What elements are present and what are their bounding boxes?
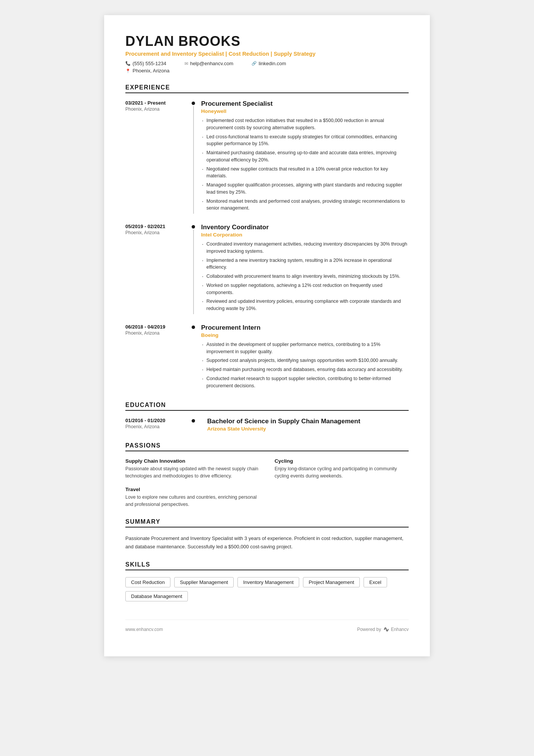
summary-section-title: SUMMARY bbox=[125, 518, 409, 527]
edu-connector-1 bbox=[192, 418, 195, 432]
exp-dot-3 bbox=[192, 326, 195, 329]
exp-dot-1 bbox=[192, 102, 195, 105]
linkedin-contact: linkedin.com bbox=[251, 61, 286, 66]
edu-right-1: Bachelor of Science in Supply Chain Mana… bbox=[207, 418, 360, 432]
exp-bullets-2: Coordinated inventory management activit… bbox=[201, 241, 409, 312]
bullet: Helped maintain purchasing records and d… bbox=[201, 366, 409, 373]
passion-title-1: Supply Chain Innovation bbox=[125, 458, 259, 464]
passion-title-2: Cycling bbox=[275, 458, 409, 464]
bullet: Negotiated new supplier contracts that r… bbox=[201, 166, 409, 180]
skill-tag-6: Database Management bbox=[125, 591, 188, 601]
passion-item-2: Cycling Enjoy long-distance cycling and … bbox=[275, 458, 409, 480]
location-icon bbox=[125, 68, 131, 74]
email-icon bbox=[184, 61, 188, 66]
skills-section: SKILLS Cost Reduction Supplier Managemen… bbox=[125, 561, 409, 601]
bullet: Monitored market trends and performed co… bbox=[201, 198, 409, 212]
passions-grid: Supply Chain Innovation Passionate about… bbox=[125, 458, 409, 508]
edu-left-1: 01/2016 - 01/2020 Phoenix, Arizona bbox=[125, 418, 192, 432]
email-address: help@enhancv.com bbox=[190, 61, 233, 66]
email-contact: help@enhancv.com bbox=[184, 61, 233, 66]
header: DYLAN BROOKS Procurement and Inventory S… bbox=[125, 33, 409, 74]
skills-section-title: SKILLS bbox=[125, 561, 409, 570]
exp-job-title-2: Inventory Coordinator bbox=[201, 224, 409, 231]
experience-section-title: EXPERIENCE bbox=[125, 84, 409, 93]
bullet: Reviewed and updated inventory policies,… bbox=[201, 298, 409, 312]
exp-job-title-3: Procurement Intern bbox=[201, 324, 409, 332]
passion-desc-2: Enjoy long-distance cycling and particip… bbox=[275, 465, 409, 480]
exp-left-1: 03/2021 - Present Phoenix, Arizona bbox=[125, 100, 192, 214]
edu-dot-1 bbox=[192, 419, 195, 423]
experience-entry-2: 05/2019 - 02/2021 Phoenix, Arizona Inven… bbox=[125, 224, 409, 314]
passion-title-3: Travel bbox=[125, 487, 259, 492]
bullet: Led cross-functional teams to execute su… bbox=[201, 133, 409, 148]
exp-line-2 bbox=[193, 230, 194, 314]
skill-tag-3: Inventory Management bbox=[237, 577, 299, 587]
exp-location-1: Phoenix, Arizona bbox=[125, 106, 192, 112]
candidate-name: DYLAN BROOKS bbox=[125, 33, 409, 49]
summary-section: SUMMARY Passionate Procurement and Inven… bbox=[125, 518, 409, 551]
bullet: Collaborated with procurement teams to a… bbox=[201, 273, 409, 280]
education-section: EDUCATION 01/2016 - 01/2020 Phoenix, Ari… bbox=[125, 402, 409, 432]
exp-location-3: Phoenix, Arizona bbox=[125, 330, 192, 336]
passion-item-1: Supply Chain Innovation Passionate about… bbox=[125, 458, 259, 480]
bullet: Implemented a new inventory tracking sys… bbox=[201, 257, 409, 271]
exp-location-2: Phoenix, Arizona bbox=[125, 230, 192, 235]
exp-right-1: Procurement Specialist Honeywell Impleme… bbox=[201, 100, 409, 214]
exp-company-3: Boeing bbox=[201, 332, 409, 338]
bullet: Maintained purchasing database, ensuring… bbox=[201, 149, 409, 164]
bullet: Assisted in the development of supplier … bbox=[201, 341, 409, 355]
contact-info: (555) 555-1234 help@enhancv.com linkedin… bbox=[125, 61, 409, 66]
footer-website: www.enhancv.com bbox=[125, 627, 163, 632]
edu-location-1: Phoenix, Arizona bbox=[125, 424, 192, 429]
passions-section: PASSIONS Supply Chain Innovation Passion… bbox=[125, 442, 409, 508]
footer-brand: Powered by ∿ Enhancv bbox=[357, 625, 409, 634]
exp-company-2: Intel Corporation bbox=[201, 232, 409, 238]
summary-text: Passionate Procurement and Inventory Spe… bbox=[125, 534, 409, 551]
skill-tag-4: Project Management bbox=[303, 577, 360, 587]
edu-date-1: 01/2016 - 01/2020 bbox=[125, 418, 192, 423]
exp-left-2: 05/2019 - 02/2021 Phoenix, Arizona bbox=[125, 224, 192, 314]
brand-name: Enhancv bbox=[391, 627, 409, 632]
exp-job-title-1: Procurement Specialist bbox=[201, 100, 409, 108]
exp-right-2: Inventory Coordinator Intel Corporation … bbox=[201, 224, 409, 314]
bullet: Coordinated inventory management activit… bbox=[201, 241, 409, 255]
exp-connector-1 bbox=[192, 100, 195, 214]
exp-connector-2 bbox=[192, 224, 195, 314]
bullet: Managed supplier qualification processes… bbox=[201, 182, 409, 196]
phone-contact: (555) 555-1234 bbox=[125, 61, 166, 66]
edu-school-1: Arizona State University bbox=[207, 426, 360, 432]
bullet: Conducted market research to support sup… bbox=[201, 375, 409, 390]
education-entry-1: 01/2016 - 01/2020 Phoenix, Arizona Bache… bbox=[125, 418, 409, 432]
bullet: Implemented cost reduction initiatives t… bbox=[201, 117, 409, 131]
location-text: Phoenix, Arizona bbox=[133, 68, 170, 74]
skill-tag-2: Supplier Management bbox=[174, 577, 234, 587]
footer: www.enhancv.com Powered by ∿ Enhancv bbox=[125, 620, 409, 634]
phone-number: (555) 555-1234 bbox=[133, 61, 166, 66]
experience-entry-3: 06/2018 - 04/2019 Phoenix, Arizona Procu… bbox=[125, 324, 409, 391]
passion-desc-3: Love to explore new cultures and countri… bbox=[125, 494, 259, 508]
exp-date-2: 05/2019 - 02/2021 bbox=[125, 224, 192, 229]
edu-degree-1: Bachelor of Science in Supply Chain Mana… bbox=[207, 418, 360, 425]
passions-section-title: PASSIONS bbox=[125, 442, 409, 451]
experience-entry-1: 03/2021 - Present Phoenix, Arizona Procu… bbox=[125, 100, 409, 214]
resume-page: DYLAN BROOKS Procurement and Inventory S… bbox=[104, 15, 430, 656]
phone-icon bbox=[125, 61, 131, 66]
passion-desc-1: Passionate about staying updated with th… bbox=[125, 465, 259, 480]
skill-tag-5: Excel bbox=[364, 577, 387, 587]
candidate-title: Procurement and Inventory Specialist | C… bbox=[125, 51, 409, 57]
exp-right-3: Procurement Intern Boeing Assisted in th… bbox=[201, 324, 409, 391]
link-icon bbox=[251, 61, 257, 66]
education-section-title: EDUCATION bbox=[125, 402, 409, 411]
exp-date-1: 03/2021 - Present bbox=[125, 100, 192, 106]
passion-item-3: Travel Love to explore new cultures and … bbox=[125, 487, 259, 508]
exp-dot-2 bbox=[192, 225, 195, 229]
bullet: Worked on supplier negotiations, achievi… bbox=[201, 282, 409, 296]
experience-section: EXPERIENCE 03/2021 - Present Phoenix, Ar… bbox=[125, 84, 409, 391]
bullet: Supported cost analysis projects, identi… bbox=[201, 357, 409, 364]
location-info: Phoenix, Arizona bbox=[125, 68, 409, 74]
exp-company-1: Honeywell bbox=[201, 108, 409, 114]
skills-list: Cost Reduction Supplier Management Inven… bbox=[125, 577, 409, 601]
exp-date-3: 06/2018 - 04/2019 bbox=[125, 324, 192, 330]
linkedin-url: linkedin.com bbox=[259, 61, 286, 66]
exp-bullets-1: Implemented cost reduction initiatives t… bbox=[201, 117, 409, 212]
